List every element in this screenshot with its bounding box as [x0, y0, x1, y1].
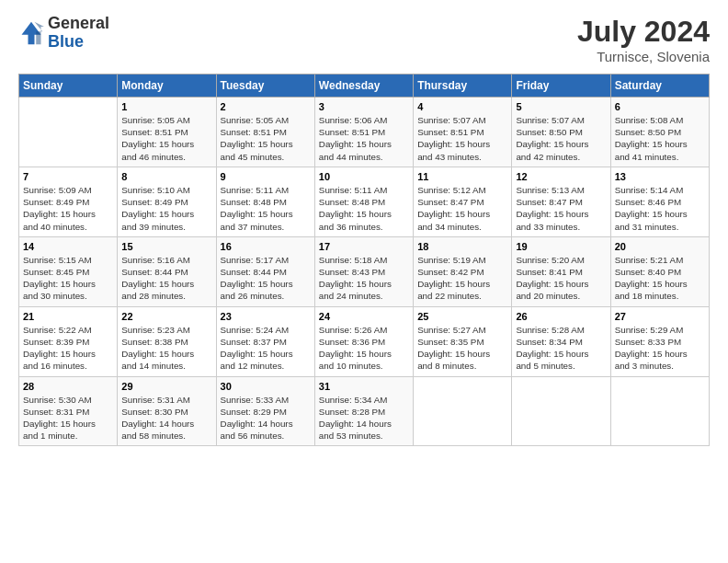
- cell-w2-d1: 15Sunrise: 5:16 AMSunset: 8:44 PMDayligh…: [118, 236, 216, 306]
- day-info: Sunrise: 5:34 AMSunset: 8:28 PMDaylight:…: [319, 394, 409, 442]
- sub-title: Turnisce, Slovenia: [577, 49, 710, 64]
- cell-w1-d1: 8Sunrise: 5:10 AMSunset: 8:49 PMDaylight…: [118, 167, 216, 236]
- day-info: Sunrise: 5:31 AMSunset: 8:30 PMDaylight:…: [121, 394, 211, 442]
- day-info: Sunrise: 5:13 AMSunset: 8:47 PMDaylight:…: [516, 184, 606, 233]
- cell-w2-d6: 20Sunrise: 5:21 AMSunset: 8:40 PMDayligh…: [610, 236, 709, 306]
- logo-text: General Blue: [48, 15, 109, 52]
- day-info: Sunrise: 5:24 AMSunset: 8:37 PMDaylight:…: [221, 324, 311, 373]
- col-header-sunday: Sunday: [19, 75, 118, 98]
- day-number: 18: [417, 241, 507, 252]
- day-info: Sunrise: 5:05 AMSunset: 8:51 PMDaylight:…: [221, 114, 311, 163]
- day-number: 17: [319, 241, 409, 252]
- day-number: 25: [417, 311, 507, 322]
- cell-w2-d2: 16Sunrise: 5:17 AMSunset: 8:44 PMDayligh…: [216, 236, 314, 306]
- day-info: Sunrise: 5:30 AMSunset: 8:31 PMDaylight:…: [23, 394, 113, 442]
- day-number: 2: [221, 101, 311, 112]
- day-info: Sunrise: 5:08 AMSunset: 8:50 PMDaylight:…: [615, 114, 705, 163]
- cell-w4-d4: [414, 376, 512, 446]
- day-number: 12: [516, 171, 606, 182]
- cell-w1-d2: 9Sunrise: 5:11 AMSunset: 8:48 PMDaylight…: [216, 167, 314, 236]
- day-number: 24: [319, 311, 409, 322]
- col-header-thursday: Thursday: [414, 75, 512, 98]
- logo: General Blue: [18, 15, 109, 52]
- day-number: 15: [121, 241, 211, 252]
- cell-w1-d4: 11Sunrise: 5:12 AMSunset: 8:47 PMDayligh…: [414, 167, 512, 236]
- day-number: 16: [221, 241, 311, 252]
- cell-w3-d3: 24Sunrise: 5:26 AMSunset: 8:36 PMDayligh…: [314, 306, 413, 376]
- cell-w4-d2: 30Sunrise: 5:33 AMSunset: 8:29 PMDayligh…: [216, 376, 314, 446]
- day-info: Sunrise: 5:22 AMSunset: 8:39 PMDaylight:…: [23, 324, 113, 373]
- col-header-saturday: Saturday: [610, 75, 709, 98]
- cell-w0-d1: 1Sunrise: 5:05 AMSunset: 8:51 PMDaylight…: [118, 98, 216, 167]
- cell-w0-d0: [19, 98, 118, 167]
- cell-w0-d5: 5Sunrise: 5:07 AMSunset: 8:50 PMDaylight…: [512, 98, 610, 167]
- day-info: Sunrise: 5:29 AMSunset: 8:33 PMDaylight:…: [615, 324, 705, 373]
- day-info: Sunrise: 5:26 AMSunset: 8:36 PMDaylight:…: [319, 324, 409, 373]
- day-info: Sunrise: 5:07 AMSunset: 8:51 PMDaylight:…: [417, 114, 507, 163]
- main-title: July 2024: [577, 15, 710, 49]
- cell-w4-d1: 29Sunrise: 5:31 AMSunset: 8:30 PMDayligh…: [118, 376, 216, 446]
- day-info: Sunrise: 5:05 AMSunset: 8:51 PMDaylight:…: [121, 114, 211, 163]
- week-row-3: 21Sunrise: 5:22 AMSunset: 8:39 PMDayligh…: [19, 306, 710, 376]
- page: General Blue July 2024 Turnisce, Sloveni…: [0, 0, 728, 563]
- week-row-1: 7Sunrise: 5:09 AMSunset: 8:49 PMDaylight…: [19, 167, 710, 236]
- day-number: 4: [417, 101, 507, 112]
- day-info: Sunrise: 5:18 AMSunset: 8:43 PMDaylight:…: [319, 254, 409, 303]
- day-info: Sunrise: 5:28 AMSunset: 8:34 PMDaylight:…: [516, 324, 606, 373]
- day-number: 1: [121, 101, 211, 112]
- cell-w1-d0: 7Sunrise: 5:09 AMSunset: 8:49 PMDaylight…: [19, 167, 118, 236]
- cell-w0-d6: 6Sunrise: 5:08 AMSunset: 8:50 PMDaylight…: [610, 98, 709, 167]
- cell-w0-d4: 4Sunrise: 5:07 AMSunset: 8:51 PMDaylight…: [414, 98, 512, 167]
- day-number: 21: [23, 311, 113, 322]
- cell-w0-d3: 3Sunrise: 5:06 AMSunset: 8:51 PMDaylight…: [314, 98, 413, 167]
- cell-w2-d5: 19Sunrise: 5:20 AMSunset: 8:41 PMDayligh…: [512, 236, 610, 306]
- day-number: 13: [615, 171, 705, 182]
- day-info: Sunrise: 5:33 AMSunset: 8:29 PMDaylight:…: [221, 394, 311, 442]
- cell-w3-d2: 23Sunrise: 5:24 AMSunset: 8:37 PMDayligh…: [216, 306, 314, 376]
- cell-w0-d2: 2Sunrise: 5:05 AMSunset: 8:51 PMDaylight…: [216, 98, 314, 167]
- day-info: Sunrise: 5:23 AMSunset: 8:38 PMDaylight:…: [121, 324, 211, 373]
- cell-w1-d6: 13Sunrise: 5:14 AMSunset: 8:46 PMDayligh…: [610, 167, 709, 236]
- col-header-monday: Monday: [118, 75, 216, 98]
- day-info: Sunrise: 5:20 AMSunset: 8:41 PMDaylight:…: [516, 254, 606, 303]
- day-info: Sunrise: 5:14 AMSunset: 8:46 PMDaylight:…: [615, 184, 705, 233]
- calendar-table: SundayMondayTuesdayWednesdayThursdayFrid…: [18, 74, 710, 446]
- cell-w3-d0: 21Sunrise: 5:22 AMSunset: 8:39 PMDayligh…: [19, 306, 118, 376]
- cell-w2-d4: 18Sunrise: 5:19 AMSunset: 8:42 PMDayligh…: [414, 236, 512, 306]
- day-info: Sunrise: 5:06 AMSunset: 8:51 PMDaylight:…: [319, 114, 409, 163]
- day-number: 20: [615, 241, 705, 252]
- cell-w4-d0: 28Sunrise: 5:30 AMSunset: 8:31 PMDayligh…: [19, 376, 118, 446]
- day-number: 28: [23, 381, 113, 392]
- cell-w1-d5: 12Sunrise: 5:13 AMSunset: 8:47 PMDayligh…: [512, 167, 610, 236]
- day-info: Sunrise: 5:21 AMSunset: 8:40 PMDaylight:…: [615, 254, 705, 303]
- cell-w3-d6: 27Sunrise: 5:29 AMSunset: 8:33 PMDayligh…: [610, 306, 709, 376]
- day-info: Sunrise: 5:16 AMSunset: 8:44 PMDaylight:…: [121, 254, 211, 303]
- logo-icon: [18, 20, 44, 46]
- week-row-4: 28Sunrise: 5:30 AMSunset: 8:31 PMDayligh…: [19, 376, 710, 446]
- day-number: 29: [121, 381, 211, 392]
- day-number: 11: [417, 171, 507, 182]
- day-info: Sunrise: 5:17 AMSunset: 8:44 PMDaylight:…: [221, 254, 311, 303]
- week-row-0: 1Sunrise: 5:05 AMSunset: 8:51 PMDaylight…: [19, 98, 710, 167]
- col-header-wednesday: Wednesday: [314, 75, 413, 98]
- cell-w2-d0: 14Sunrise: 5:15 AMSunset: 8:45 PMDayligh…: [19, 236, 118, 306]
- day-number: 22: [121, 311, 211, 322]
- day-info: Sunrise: 5:15 AMSunset: 8:45 PMDaylight:…: [23, 254, 113, 303]
- day-number: 6: [615, 101, 705, 112]
- day-number: 10: [319, 171, 409, 182]
- day-number: 19: [516, 241, 606, 252]
- day-info: Sunrise: 5:09 AMSunset: 8:49 PMDaylight:…: [23, 184, 113, 233]
- header-row: SundayMondayTuesdayWednesdayThursdayFrid…: [19, 75, 710, 98]
- day-number: 5: [516, 101, 606, 112]
- day-number: 30: [221, 381, 311, 392]
- day-number: 7: [23, 171, 113, 182]
- day-info: Sunrise: 5:11 AMSunset: 8:48 PMDaylight:…: [319, 184, 409, 233]
- cell-w3-d4: 25Sunrise: 5:27 AMSunset: 8:35 PMDayligh…: [414, 306, 512, 376]
- day-info: Sunrise: 5:11 AMSunset: 8:48 PMDaylight:…: [221, 184, 311, 233]
- day-number: 9: [221, 171, 311, 182]
- week-row-2: 14Sunrise: 5:15 AMSunset: 8:45 PMDayligh…: [19, 236, 710, 306]
- col-header-tuesday: Tuesday: [216, 75, 314, 98]
- cell-w3-d5: 26Sunrise: 5:28 AMSunset: 8:34 PMDayligh…: [512, 306, 610, 376]
- day-number: 8: [121, 171, 211, 182]
- day-number: 26: [516, 311, 606, 322]
